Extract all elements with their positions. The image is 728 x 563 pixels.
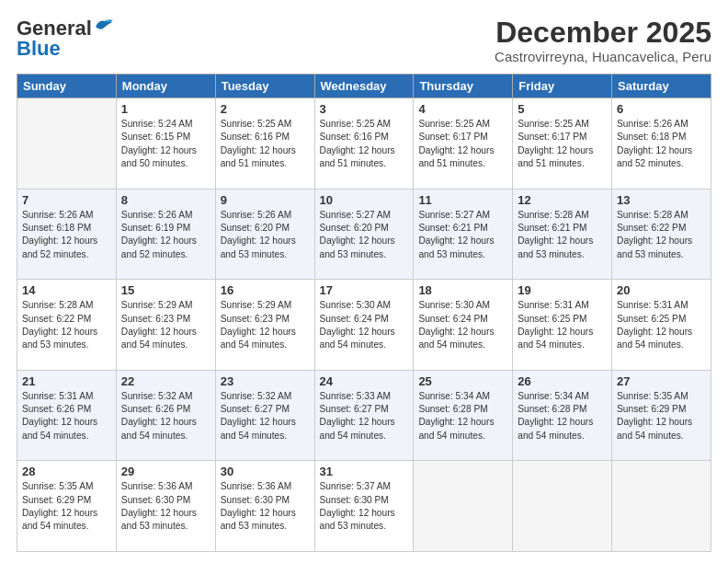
day-number: 20 (617, 283, 706, 297)
col-sunday: Sunday (17, 75, 117, 98)
table-row: 23Sunrise: 5:32 AM Sunset: 6:27 PM Dayli… (215, 370, 314, 461)
table-row: 20Sunrise: 5:31 AM Sunset: 6:25 PM Dayli… (612, 280, 711, 371)
day-number: 2 (221, 102, 310, 116)
cell-detail: Sunrise: 5:31 AM Sunset: 6:25 PM Dayligh… (518, 299, 607, 351)
cell-detail: Sunrise: 5:30 AM Sunset: 6:24 PM Dayligh… (320, 299, 409, 351)
cell-detail: Sunrise: 5:26 AM Sunset: 6:18 PM Dayligh… (617, 118, 706, 170)
table-row (513, 461, 612, 552)
day-number: 9 (221, 193, 310, 207)
day-number: 28 (22, 465, 111, 478)
table-row: 30Sunrise: 5:36 AM Sunset: 6:30 PM Dayli… (215, 461, 314, 552)
cell-detail: Sunrise: 5:31 AM Sunset: 6:25 PM Dayligh… (617, 299, 706, 351)
day-number: 8 (121, 193, 210, 207)
header: General Blue December 2025 Castrovirreyn… (17, 17, 711, 64)
day-number: 19 (518, 283, 607, 297)
cell-detail: Sunrise: 5:36 AM Sunset: 6:30 PM Dayligh… (221, 480, 310, 533)
table-row: 19Sunrise: 5:31 AM Sunset: 6:25 PM Dayli… (513, 280, 612, 371)
cell-detail: Sunrise: 5:25 AM Sunset: 6:16 PM Dayligh… (320, 118, 409, 170)
table-row (17, 98, 117, 190)
title-block: December 2025 Castrovirreyna, Huancaveli… (495, 17, 711, 64)
table-row: 27Sunrise: 5:35 AM Sunset: 6:29 PM Dayli… (612, 370, 711, 461)
col-saturday: Saturday (612, 75, 711, 98)
table-row: 16Sunrise: 5:29 AM Sunset: 6:23 PM Dayli… (215, 280, 314, 371)
cell-detail: Sunrise: 5:26 AM Sunset: 6:18 PM Dayligh… (22, 209, 111, 261)
cell-detail: Sunrise: 5:28 AM Sunset: 6:22 PM Dayligh… (22, 299, 111, 351)
table-row: 15Sunrise: 5:29 AM Sunset: 6:23 PM Dayli… (116, 280, 215, 371)
day-number: 29 (121, 465, 210, 478)
cell-detail: Sunrise: 5:25 AM Sunset: 6:16 PM Dayligh… (221, 118, 310, 170)
table-row: 11Sunrise: 5:27 AM Sunset: 6:21 PM Dayli… (414, 189, 513, 280)
day-number: 10 (320, 193, 409, 207)
day-number: 22 (121, 374, 210, 388)
table-row: 8Sunrise: 5:26 AM Sunset: 6:19 PM Daylig… (116, 189, 215, 280)
day-number: 26 (518, 374, 607, 388)
day-number: 15 (121, 283, 210, 297)
calendar-week-row: 1Sunrise: 5:24 AM Sunset: 6:15 PM Daylig… (17, 98, 711, 190)
cell-detail: Sunrise: 5:33 AM Sunset: 6:27 PM Dayligh… (320, 390, 409, 442)
table-row: 29Sunrise: 5:36 AM Sunset: 6:30 PM Dayli… (116, 461, 215, 552)
col-friday: Friday (513, 75, 612, 98)
table-row: 7Sunrise: 5:26 AM Sunset: 6:18 PM Daylig… (17, 189, 117, 280)
logo: General Blue (17, 17, 114, 61)
day-number: 4 (418, 102, 507, 116)
col-tuesday: Tuesday (215, 75, 314, 98)
table-row: 10Sunrise: 5:27 AM Sunset: 6:20 PM Dayli… (314, 189, 414, 280)
day-number: 30 (221, 465, 310, 478)
calendar: Sunday Monday Tuesday Wednesday Thursday… (17, 74, 711, 552)
cell-detail: Sunrise: 5:35 AM Sunset: 6:29 PM Dayligh… (617, 390, 706, 442)
table-row: 4Sunrise: 5:25 AM Sunset: 6:17 PM Daylig… (414, 98, 513, 190)
table-row (414, 461, 513, 552)
cell-detail: Sunrise: 5:26 AM Sunset: 6:20 PM Dayligh… (221, 209, 310, 261)
calendar-header-row: Sunday Monday Tuesday Wednesday Thursday… (17, 75, 711, 98)
day-number: 23 (221, 374, 310, 388)
table-row: 6Sunrise: 5:26 AM Sunset: 6:18 PM Daylig… (612, 98, 711, 190)
day-number: 11 (418, 193, 507, 207)
cell-detail: Sunrise: 5:24 AM Sunset: 6:15 PM Dayligh… (121, 118, 210, 170)
col-wednesday: Wednesday (314, 75, 414, 98)
table-row: 14Sunrise: 5:28 AM Sunset: 6:22 PM Dayli… (17, 280, 117, 371)
cell-detail: Sunrise: 5:35 AM Sunset: 6:29 PM Dayligh… (22, 480, 111, 533)
table-row: 25Sunrise: 5:34 AM Sunset: 6:28 PM Dayli… (414, 370, 513, 461)
table-row: 13Sunrise: 5:28 AM Sunset: 6:22 PM Dayli… (612, 189, 711, 280)
table-row: 21Sunrise: 5:31 AM Sunset: 6:26 PM Dayli… (17, 370, 117, 461)
day-number: 5 (518, 102, 607, 116)
cell-detail: Sunrise: 5:28 AM Sunset: 6:21 PM Dayligh… (518, 209, 607, 261)
location: Castrovirreyna, Huancavelica, Peru (495, 49, 711, 64)
table-row: 28Sunrise: 5:35 AM Sunset: 6:29 PM Dayli… (17, 461, 117, 552)
day-number: 31 (320, 465, 409, 478)
day-number: 14 (22, 283, 111, 297)
col-monday: Monday (116, 75, 215, 98)
cell-detail: Sunrise: 5:29 AM Sunset: 6:23 PM Dayligh… (221, 299, 310, 351)
cell-detail: Sunrise: 5:34 AM Sunset: 6:28 PM Dayligh… (418, 390, 507, 442)
col-thursday: Thursday (414, 75, 513, 98)
cell-detail: Sunrise: 5:26 AM Sunset: 6:19 PM Dayligh… (121, 209, 210, 261)
calendar-week-row: 7Sunrise: 5:26 AM Sunset: 6:18 PM Daylig… (17, 189, 711, 280)
cell-detail: Sunrise: 5:27 AM Sunset: 6:20 PM Dayligh… (320, 209, 409, 261)
table-row: 9Sunrise: 5:26 AM Sunset: 6:20 PM Daylig… (215, 189, 314, 280)
calendar-week-row: 28Sunrise: 5:35 AM Sunset: 6:29 PM Dayli… (17, 461, 711, 552)
cell-detail: Sunrise: 5:25 AM Sunset: 6:17 PM Dayligh… (518, 118, 607, 170)
day-number: 12 (518, 193, 607, 207)
table-row: 18Sunrise: 5:30 AM Sunset: 6:24 PM Dayli… (414, 280, 513, 371)
day-number: 25 (418, 374, 507, 388)
calendar-week-row: 21Sunrise: 5:31 AM Sunset: 6:26 PM Dayli… (17, 370, 711, 461)
calendar-week-row: 14Sunrise: 5:28 AM Sunset: 6:22 PM Dayli… (17, 280, 711, 371)
day-number: 1 (121, 102, 210, 116)
day-number: 21 (22, 374, 111, 388)
logo-blue: Blue (17, 37, 61, 61)
logo-bird-icon (94, 17, 114, 34)
cell-detail: Sunrise: 5:32 AM Sunset: 6:27 PM Dayligh… (221, 390, 310, 442)
cell-detail: Sunrise: 5:36 AM Sunset: 6:30 PM Dayligh… (121, 480, 210, 533)
cell-detail: Sunrise: 5:37 AM Sunset: 6:30 PM Dayligh… (320, 480, 409, 533)
cell-detail: Sunrise: 5:34 AM Sunset: 6:28 PM Dayligh… (518, 390, 607, 442)
table-row: 3Sunrise: 5:25 AM Sunset: 6:16 PM Daylig… (314, 98, 414, 190)
day-number: 13 (617, 193, 706, 207)
day-number: 3 (320, 102, 409, 116)
table-row: 22Sunrise: 5:32 AM Sunset: 6:26 PM Dayli… (116, 370, 215, 461)
cell-detail: Sunrise: 5:27 AM Sunset: 6:21 PM Dayligh… (418, 209, 507, 261)
cell-detail: Sunrise: 5:25 AM Sunset: 6:17 PM Dayligh… (418, 118, 507, 170)
table-row: 31Sunrise: 5:37 AM Sunset: 6:30 PM Dayli… (314, 461, 414, 552)
day-number: 27 (617, 374, 706, 388)
table-row: 24Sunrise: 5:33 AM Sunset: 6:27 PM Dayli… (314, 370, 414, 461)
day-number: 16 (221, 283, 310, 297)
